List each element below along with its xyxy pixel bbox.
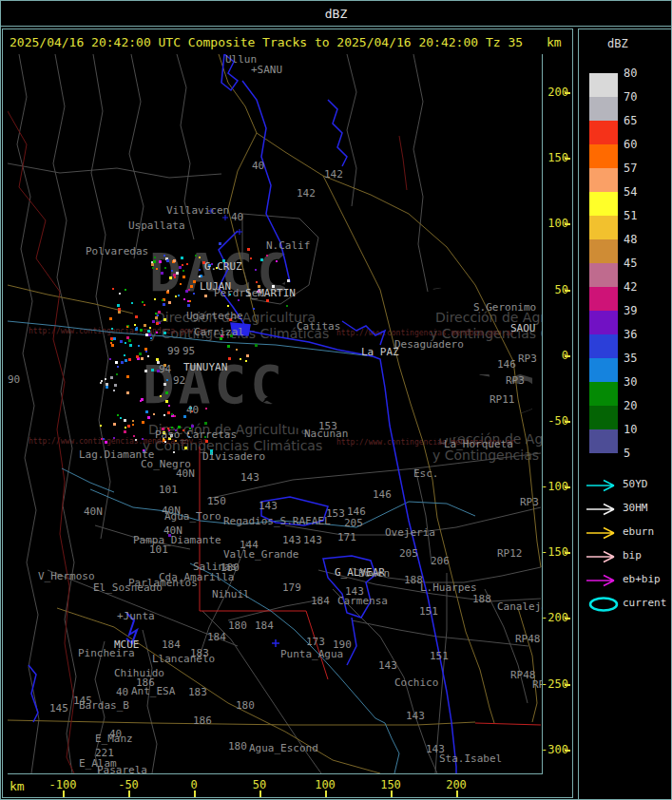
- map-label: Sta.Isabel: [439, 753, 502, 764]
- map-label: Valle_Grande: [223, 549, 298, 560]
- map-label: Ovejeria: [385, 527, 435, 538]
- scale-value-label: 35: [624, 352, 652, 365]
- map-label: El_Sosneado: [93, 582, 163, 593]
- map-label: 184: [255, 620, 274, 631]
- y-axis-tick: [565, 223, 570, 225]
- scale-value-label: 42: [624, 280, 652, 294]
- track-arrow-icon: [586, 478, 622, 497]
- scale-color-block: [589, 287, 618, 311]
- map-label: 186: [193, 715, 212, 726]
- x-axis-tick: [391, 790, 393, 797]
- y-axis-tick: [565, 158, 570, 160]
- map-label: 145: [49, 703, 68, 714]
- scale-color-block: [589, 192, 618, 216]
- y-axis-tick: [565, 750, 570, 752]
- map-label: 40N: [163, 525, 182, 536]
- map-label: 150: [207, 496, 226, 506]
- map-label: 205: [399, 548, 418, 559]
- x-axis-tick-label: 0: [175, 778, 213, 791]
- legend-item-50YD: 50YD: [579, 477, 672, 492]
- y-axis-tick: [565, 486, 570, 488]
- map-label: Ant_ESA: [131, 686, 175, 696]
- scale-value-label: 60: [624, 138, 652, 151]
- legend-label: eb+bip: [623, 573, 661, 585]
- map-label: 179: [282, 582, 301, 593]
- map-label: 95: [182, 346, 195, 356]
- y-axis-tick: [565, 92, 570, 94]
- map-label: 188: [472, 594, 491, 604]
- map-label: 143: [378, 660, 397, 671]
- scale-title: dBZ: [607, 37, 628, 50]
- map-label: 206: [431, 556, 450, 566]
- x-axis-tick: [325, 790, 327, 797]
- y-axis-tick: [565, 618, 570, 619]
- legend-label: bip: [623, 549, 642, 562]
- map-label: La_Horqueta: [444, 439, 513, 449]
- x-axis-tick-label: 150: [372, 778, 410, 791]
- map-label: RP3: [520, 497, 539, 507]
- map-label: Bowen: [358, 568, 390, 579]
- map-label: S.Geronimo: [473, 302, 536, 313]
- map-label: 40N: [84, 506, 103, 517]
- scale-value-label: 48: [624, 233, 652, 246]
- map-label: 99: [167, 346, 180, 356]
- scale-color-block: [589, 239, 618, 263]
- map-label: 143: [345, 586, 364, 597]
- scale-color-block: [589, 382, 618, 406]
- legend-item-current: current: [579, 596, 672, 611]
- legend-item-ebbip: eb+bip: [579, 572, 672, 587]
- track-arrow-icon: [586, 525, 622, 544]
- map-label: Esc.: [413, 468, 439, 479]
- scale-color-block: [589, 121, 618, 144]
- map-label: 180: [236, 700, 255, 711]
- legend-item-bip: bip: [579, 548, 672, 563]
- map-label: 151: [419, 606, 438, 617]
- scale-color-block: [589, 97, 618, 121]
- map-label: 94: [159, 364, 171, 374]
- map-label: Desaguadero: [394, 339, 464, 350]
- map-label: 173: [306, 637, 325, 647]
- map-label: 184: [162, 639, 181, 650]
- map-label: 180: [228, 620, 247, 631]
- y-axis-tick: [565, 552, 570, 554]
- map-label: 40N: [176, 468, 195, 479]
- scale-value-label: 5: [624, 447, 652, 460]
- map-label: 142: [297, 188, 316, 199]
- x-axis-tick-label: 50: [240, 778, 278, 791]
- scale-value-label: 70: [624, 90, 652, 104]
- x-axis-tick-label: -50: [109, 778, 147, 791]
- map-label: 180: [228, 741, 247, 752]
- map-label: 143: [240, 472, 259, 483]
- x-axis-tick: [259, 790, 261, 797]
- y-axis-tick: [565, 684, 570, 686]
- map-label: Polvaredas: [86, 246, 148, 257]
- map-label: G.CRUZ: [204, 261, 242, 272]
- map-label: 40: [109, 729, 122, 739]
- x-axis-tick: [128, 790, 130, 797]
- scale-color-block: [589, 73, 618, 97]
- scale-value-label: 39: [624, 304, 652, 317]
- map-label: +SANU: [251, 65, 282, 75]
- legend-label: 50YD: [623, 478, 648, 490]
- map-label: Nihuil: [212, 589, 250, 600]
- scale-color-block: [589, 311, 618, 334]
- scale-value-label: 10: [624, 423, 652, 436]
- map-label: +Junta: [117, 611, 155, 621]
- map-label: 143: [303, 535, 322, 545]
- map-label: 40: [252, 161, 264, 171]
- map-label: SAOU: [510, 323, 536, 333]
- scale-value-label: 36: [624, 328, 652, 341]
- map-label: 101: [149, 544, 168, 555]
- map-label: L.Huarpes: [420, 582, 477, 593]
- x-axis-tick-label: 200: [437, 778, 475, 791]
- y-axis-tick: [565, 421, 570, 423]
- map-label: 90: [8, 374, 20, 385]
- radar-panel: 2025/04/16 20:42:00 UTC Composite Tracks…: [2, 29, 573, 798]
- map-label: 151: [430, 651, 449, 661]
- map-label: Ugarteche: [186, 311, 243, 321]
- map-label: TUNUYAN: [183, 362, 227, 372]
- scale-color-block: [589, 144, 618, 168]
- map-label: Llancanelo: [152, 654, 215, 664]
- map-label: Divisadero: [202, 451, 265, 462]
- x-axis-tick: [194, 790, 196, 797]
